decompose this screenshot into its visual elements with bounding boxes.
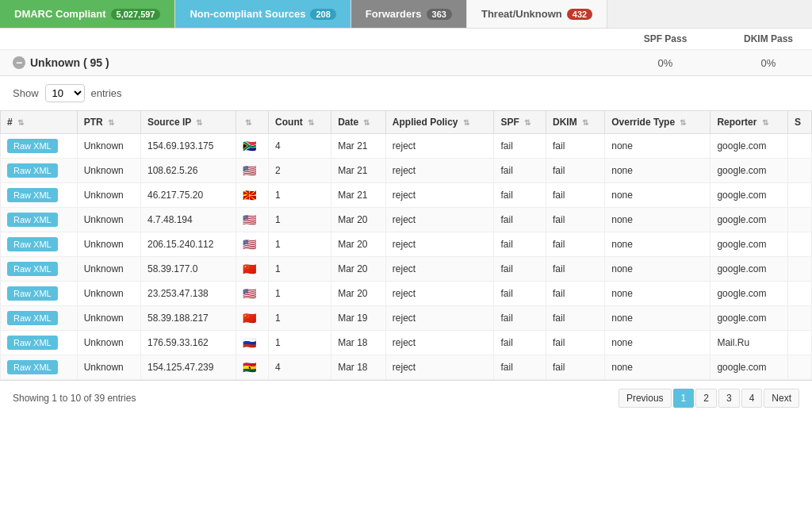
table-row: Raw XML Unknown 154.125.47.239 🇬🇭 4 Mar … [1,355,812,380]
tab-dmarc-badge: 5,027,597 [111,9,161,20]
cell-count: 1 [269,257,331,282]
col-date: Date ⇅ [331,111,386,134]
pagination: Previous 1 2 3 4 Next [619,389,799,408]
table-row: Raw XML Unknown 58.39.188.217 🇨🇳 1 Mar 1… [1,306,812,331]
cell-spf: fail [494,159,546,183]
cell-s [787,232,811,257]
cell-s [787,306,811,331]
cell-dkim: fail [546,355,604,380]
collapse-icon[interactable]: − [13,56,25,69]
tab-forwarders-badge: 363 [427,9,452,20]
raw-xml-button[interactable]: Raw XML [7,237,58,251]
page-3-button[interactable]: 3 [718,389,740,408]
col-dkim: DKIM ⇅ [546,111,604,134]
cell-policy: reject [385,306,494,331]
cell-date: Mar 21 [331,159,386,183]
col-ptr: PTR ⇅ [77,111,140,134]
cell-source-ip: 23.253.47.138 [141,282,236,306]
cell-override: none [605,208,710,232]
cell-ptr: Unknown [77,282,140,306]
cell-btn: Raw XML [1,134,78,159]
cell-ptr: Unknown [77,331,140,355]
tab-forwarders-label: Forwarders [366,8,422,20]
cell-spf: fail [494,355,546,380]
cell-date: Mar 18 [331,331,386,355]
table-row: Raw XML Unknown 176.59.33.162 🇷🇺 1 Mar 1… [1,331,812,355]
raw-xml-button[interactable]: Raw XML [7,262,58,276]
cell-s [787,134,811,159]
next-button[interactable]: Next [764,389,799,408]
table-row: Raw XML Unknown 4.7.48.194 🇺🇸 1 Mar 20 r… [1,208,812,232]
cell-dkim: fail [546,208,604,232]
tab-non-compliant-label: Non-compliant Sources [190,8,305,20]
tab-dmarc-compliant[interactable]: DMARC Compliant 5,027,597 [0,0,175,28]
tab-non-compliant-badge: 208 [310,9,335,20]
cell-policy: reject [385,257,494,282]
tab-forwarders[interactable]: Forwarders 363 [351,0,467,28]
cell-date: Mar 19 [331,306,386,331]
cell-count: 1 [269,183,331,208]
cell-source-ip: 4.7.48.194 [141,208,236,232]
cell-spf: fail [494,232,546,257]
cell-source-ip: 58.39.188.217 [141,306,236,331]
cell-s [787,257,811,282]
raw-xml-button[interactable]: Raw XML [7,139,58,153]
page-4-button[interactable]: 4 [741,389,763,408]
cell-btn: Raw XML [1,232,78,257]
cell-flag: 🇷🇺 [236,331,269,355]
tab-threat-badge: 432 [567,9,592,20]
raw-xml-button[interactable]: Raw XML [7,213,58,227]
cell-spf: fail [494,134,546,159]
cell-override: none [605,306,710,331]
cell-policy: reject [385,134,494,159]
raw-xml-button[interactable]: Raw XML [7,360,58,374]
col-applied-policy: Applied Policy ⇅ [385,111,494,134]
unknown-section: − Unknown ( 95 ) 0% 0% [0,50,812,76]
cell-btn: Raw XML [1,282,78,306]
cell-date: Mar 18 [331,355,386,380]
cell-dkim: fail [546,257,604,282]
entries-select[interactable]: 10 25 50 100 [45,84,85,102]
cell-dkim: fail [546,306,604,331]
cell-spf: fail [494,282,546,306]
raw-xml-button[interactable]: Raw XML [7,286,58,301]
cell-policy: reject [385,183,494,208]
cell-dkim: fail [546,134,604,159]
cell-override: none [605,232,710,257]
cell-ptr: Unknown [77,257,140,282]
cell-count: 2 [269,159,331,183]
page-2-button[interactable]: 2 [695,389,717,408]
col-source-ip: Source IP ⇅ [141,111,236,134]
cell-s [787,355,811,380]
prev-button[interactable]: Previous [619,389,672,408]
cell-btn: Raw XML [1,159,78,183]
cell-flag: 🇺🇸 [236,159,269,183]
col-flag: ⇅ [236,111,269,134]
cell-reporter: google.com [710,183,787,208]
cell-reporter: google.com [710,134,787,159]
cell-spf: fail [494,257,546,282]
cell-count: 4 [269,134,331,159]
cell-flag: 🇺🇸 [236,208,269,232]
raw-xml-button[interactable]: Raw XML [7,163,58,178]
cell-date: Mar 20 [331,208,386,232]
col-s: S [787,111,811,134]
col-spf: SPF ⇅ [494,111,546,134]
tab-non-compliant[interactable]: Non-compliant Sources 208 [175,0,350,28]
cell-date: Mar 21 [331,134,386,159]
unknown-title-row: − Unknown ( 95 ) [13,56,109,69]
table-footer: Showing 1 to 10 of 39 entries Previous 1… [0,380,812,416]
raw-xml-button[interactable]: Raw XML [7,188,58,202]
page-1-button[interactable]: 1 [673,389,695,408]
cell-override: none [605,183,710,208]
cell-reporter: google.com [710,208,787,232]
cell-ptr: Unknown [77,355,140,380]
cell-ptr: Unknown [77,208,140,232]
cell-count: 1 [269,232,331,257]
table-row: Raw XML Unknown 46.217.75.20 🇲🇰 1 Mar 21… [1,183,812,208]
cell-reporter: google.com [710,257,787,282]
raw-xml-button[interactable]: Raw XML [7,311,58,325]
raw-xml-button[interactable]: Raw XML [7,336,58,350]
table-row: Raw XML Unknown 58.39.177.0 🇨🇳 1 Mar 20 … [1,257,812,282]
tab-threat-unknown[interactable]: Threat/Unknown 432 [467,0,607,28]
